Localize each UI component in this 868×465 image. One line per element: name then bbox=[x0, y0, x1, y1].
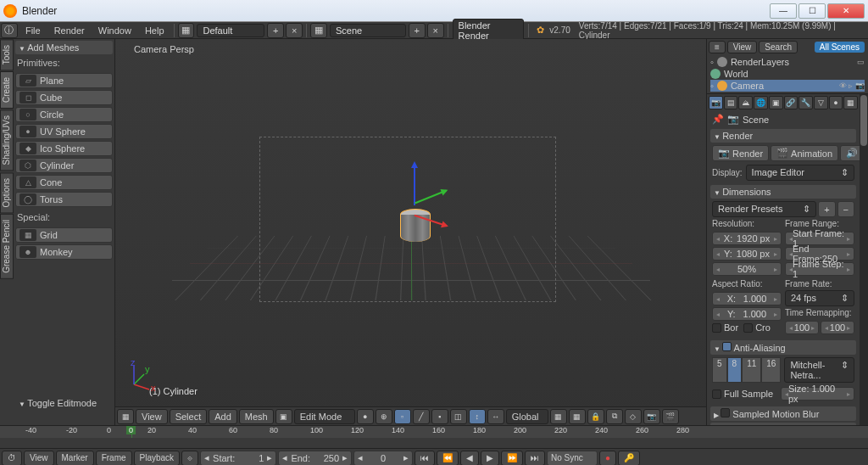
outliner-filter[interactable]: All Scenes bbox=[815, 42, 865, 53]
ptab-render[interactable]: 📷 bbox=[709, 96, 723, 109]
outliner-view[interactable]: View bbox=[727, 41, 758, 53]
add-cube-button[interactable]: ◻Cube bbox=[15, 90, 113, 105]
respct-field[interactable]: ◂50%▸ bbox=[712, 262, 782, 276]
tl-keyprev-icon[interactable]: ⏪ bbox=[437, 451, 459, 466]
add-cylinder-button[interactable]: ⬡Cylinder bbox=[15, 158, 113, 173]
mode-select[interactable]: Edit Mode bbox=[294, 409, 355, 424]
tl-autokey-icon[interactable]: ● bbox=[599, 451, 616, 466]
add-circle-button[interactable]: ○Circle bbox=[15, 107, 113, 122]
full-sample-check[interactable]: Full Sample bbox=[712, 385, 777, 402]
border-check[interactable]: Bor bbox=[712, 322, 738, 333]
crop-check[interactable]: Cro bbox=[743, 322, 771, 333]
panel-aa-head[interactable]: Anti-Aliasing bbox=[710, 340, 856, 355]
menu-window[interactable]: Window bbox=[92, 24, 138, 37]
pivot-icon[interactable]: ⊕ bbox=[376, 409, 392, 424]
tl-jumpend-icon[interactable]: ⏭ bbox=[525, 451, 545, 466]
resx-field[interactable]: ◂X:1920 px▸ bbox=[712, 232, 782, 245]
tooltab-shading[interactable]: Shading/UVs bbox=[0, 109, 14, 171]
snap-type-icon[interactable]: ◇ bbox=[625, 409, 642, 424]
aa-filter-select[interactable]: Mitchell-Netra...⇕ bbox=[784, 357, 854, 383]
manip-move-icon[interactable]: ↔ bbox=[487, 409, 504, 424]
tl-menu-view[interactable]: View bbox=[24, 451, 54, 466]
vp-menu-mesh[interactable]: Mesh bbox=[239, 409, 274, 424]
menu-file[interactable]: File bbox=[19, 24, 47, 37]
del-scene-icon[interactable]: × bbox=[427, 23, 444, 38]
tl-play-icon[interactable]: ▶ bbox=[481, 451, 499, 466]
minimize-button[interactable]: — bbox=[770, 3, 797, 19]
render-anim-icon[interactable]: 🎬 bbox=[662, 409, 679, 424]
tl-range-icon[interactable]: ⟐ bbox=[181, 451, 198, 466]
screen-browse-icon[interactable]: ▦ bbox=[178, 23, 195, 38]
add-grid-button[interactable]: ▦Grid bbox=[15, 227, 113, 243]
outliner-row-world[interactable]: World bbox=[710, 68, 865, 80]
add-monkey-button[interactable]: ☻Monkey bbox=[15, 244, 113, 260]
add-uvsphere-button[interactable]: ●UV Sphere bbox=[15, 124, 113, 139]
orientation-select[interactable]: Global bbox=[506, 409, 548, 424]
tl-jumpstart-icon[interactable]: ⏮ bbox=[415, 451, 435, 466]
menu-help[interactable]: Help bbox=[138, 24, 171, 37]
add-screen-icon[interactable]: + bbox=[267, 23, 284, 38]
sel-face-icon[interactable]: ▪ bbox=[431, 409, 448, 424]
ptab-constraint[interactable]: 🔗 bbox=[784, 96, 798, 109]
tl-playrev-icon[interactable]: ◀ bbox=[460, 451, 479, 466]
tl-end-field[interactable]: ◂End:250▸ bbox=[278, 451, 352, 466]
aa-samples[interactable]: 581116 bbox=[712, 357, 781, 383]
outliner-row-camera[interactable]: ◦Camera👁 ▹ 📷 bbox=[710, 80, 865, 92]
add-cone-button[interactable]: △Cone bbox=[15, 175, 113, 190]
resy-field[interactable]: ◂Y:1080 px▸ bbox=[712, 247, 782, 261]
del-screen-icon[interactable]: × bbox=[286, 23, 303, 38]
animation-button[interactable]: 🎬Animation bbox=[771, 145, 838, 161]
mode-icon[interactable]: ▣ bbox=[275, 409, 292, 424]
ptab-modifier[interactable]: 🔧 bbox=[798, 96, 813, 109]
tl-menu-frame[interactable]: Frame bbox=[96, 451, 132, 466]
vp-menu-select[interactable]: Select bbox=[170, 409, 208, 424]
timeline-type-icon[interactable]: ⏱ bbox=[2, 451, 22, 466]
addmeshes-header[interactable]: Add Meshes bbox=[15, 41, 113, 54]
vp-menu-add[interactable]: Add bbox=[209, 409, 237, 424]
tl-menu-playback[interactable]: Playback bbox=[134, 451, 181, 466]
panel-dim-head[interactable]: Dimensions bbox=[710, 185, 856, 199]
screen-layout-field[interactable]: Default bbox=[197, 24, 264, 37]
remap-old[interactable]: ◂100▸ bbox=[785, 321, 819, 334]
aspy-field[interactable]: ◂Y:1.000▸ bbox=[712, 307, 782, 321]
manipulator-icon[interactable]: ↕ bbox=[469, 409, 486, 424]
aspx-field[interactable]: ◂X:1.000▸ bbox=[712, 292, 782, 305]
panel-motionblur-head[interactable]: Sampled Motion Blur bbox=[710, 406, 856, 421]
tooltab-tools[interactable]: Tools bbox=[0, 39, 14, 70]
layers2-icon[interactable]: ▦ bbox=[569, 409, 586, 424]
outliner-row-renderlayers[interactable]: ◦RenderLayers▭ bbox=[710, 56, 865, 68]
audio-button[interactable]: 🔊Audio bbox=[840, 145, 860, 161]
sel-vertex-icon[interactable]: ▫ bbox=[394, 409, 411, 424]
render-preset-select[interactable]: Render Presets⇕ bbox=[712, 201, 816, 217]
ptab-data[interactable]: ▽ bbox=[814, 96, 828, 109]
ptab-world[interactable]: 🌐 bbox=[754, 96, 768, 109]
layers-icon[interactable]: ▦ bbox=[550, 409, 567, 424]
transform-gizmo[interactable] bbox=[414, 204, 415, 205]
snap-icon[interactable]: ⧉ bbox=[606, 409, 623, 424]
tl-sync-select[interactable]: No Sync bbox=[547, 451, 598, 466]
outliner-search[interactable]: Search bbox=[759, 41, 798, 53]
ptab-object[interactable]: ▣ bbox=[769, 96, 783, 109]
tl-menu-marker[interactable]: Marker bbox=[56, 451, 94, 466]
add-torus-button[interactable]: ◯Torus bbox=[15, 192, 113, 207]
render-preview-icon[interactable]: 📷 bbox=[643, 409, 660, 424]
ptab-texture[interactable]: ▦ bbox=[843, 96, 858, 109]
menu-render[interactable]: Render bbox=[47, 24, 92, 37]
tl-keynext-icon[interactable]: ⏩ bbox=[501, 451, 523, 466]
preset-del[interactable]: − bbox=[837, 201, 854, 217]
3d-viewport[interactable]: Camera Persp (1) Cylinder x y z ▦ View S… bbox=[115, 39, 706, 425]
add-icosphere-button[interactable]: ◆Ico Sphere bbox=[15, 141, 113, 156]
close-button[interactable]: ✕ bbox=[827, 3, 865, 19]
tl-current-field[interactable]: ◂0▸ bbox=[353, 451, 413, 466]
preset-add[interactable]: + bbox=[818, 201, 835, 217]
framerate-select[interactable]: 24 fps⇕ bbox=[785, 290, 854, 306]
tl-keyset-icon[interactable]: 🔑 bbox=[618, 451, 640, 466]
render-button[interactable]: 📷Render bbox=[712, 145, 769, 161]
toggle-editmode[interactable]: Toggle Editmode bbox=[15, 396, 115, 410]
tooltab-options[interactable]: Options bbox=[0, 172, 14, 213]
display-select[interactable]: Image Editor⇕ bbox=[746, 165, 854, 181]
lock-cam-icon[interactable]: 🔒 bbox=[587, 409, 604, 424]
outliner-type-icon[interactable]: ≡ bbox=[709, 41, 726, 53]
limit-icon[interactable]: ◫ bbox=[450, 409, 467, 424]
shading-icon[interactable]: ● bbox=[357, 409, 374, 424]
